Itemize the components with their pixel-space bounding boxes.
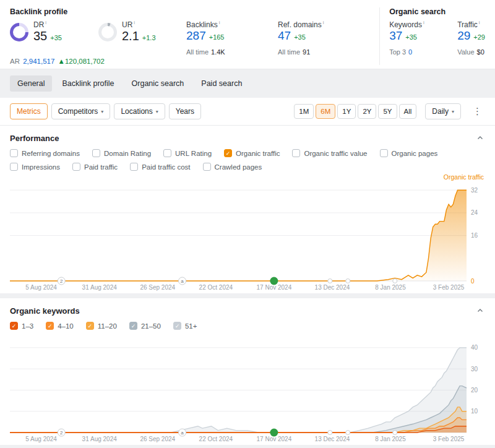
kebab-menu-icon[interactable]: ⋮ bbox=[470, 106, 485, 117]
dr-value: 35 bbox=[33, 29, 47, 43]
checkbox-crawled-pages[interactable]: Crawled pages bbox=[203, 163, 262, 171]
x-tick-label: 22 Oct 2024 bbox=[199, 284, 233, 291]
organic-keywords-section: Organic keywords ✓1–3✓4–10✓11–20✓21–50✓5… bbox=[0, 298, 495, 445]
checkbox-label: 1–3 bbox=[22, 322, 33, 330]
locations-dropdown[interactable]: Locations▾ bbox=[114, 103, 165, 119]
timeline-event-marker[interactable] bbox=[393, 279, 397, 283]
traffic-value-link[interactable]: 29 bbox=[457, 29, 470, 43]
timeline-event-badge-label: 2 bbox=[60, 278, 63, 284]
unchecked-checkbox-icon[interactable] bbox=[92, 149, 100, 157]
metrics-button[interactable]: Metrics bbox=[10, 103, 48, 119]
keywords-value-link[interactable]: 37 bbox=[389, 29, 402, 43]
checked-checkbox-icon[interactable]: ✓ bbox=[129, 322, 137, 330]
checkbox-organic-traffic[interactable]: ✓Organic traffic bbox=[224, 149, 280, 157]
tab-backlink-profile[interactable]: Backlink profile bbox=[54, 75, 121, 92]
tab-general[interactable]: General bbox=[10, 75, 52, 92]
unchecked-checkbox-icon[interactable] bbox=[380, 149, 388, 157]
report-tabs: General Backlink profile Organic search … bbox=[0, 69, 495, 98]
info-icon[interactable]: i bbox=[423, 20, 424, 25]
collapse-chevron-up-icon[interactable] bbox=[475, 133, 485, 143]
competitors-dropdown[interactable]: Competitors▾ bbox=[51, 103, 111, 119]
checkbox-paid-traffic[interactable]: Paid traffic bbox=[72, 163, 118, 171]
keywords-top3-label: Top 3 bbox=[389, 48, 406, 56]
info-icon[interactable]: i bbox=[479, 20, 480, 25]
unchecked-checkbox-icon[interactable] bbox=[203, 163, 211, 171]
traffic-value-label: Value bbox=[457, 48, 474, 56]
unchecked-checkbox-icon[interactable] bbox=[163, 149, 171, 157]
range-1y-button[interactable]: 1Y bbox=[337, 104, 356, 119]
checkbox-organic-traffic-value[interactable]: Organic traffic value bbox=[292, 149, 367, 157]
performance-chart: 32241602a5 Aug 202431 Aug 202426 Sep 202… bbox=[10, 181, 485, 292]
x-tick-label: 31 Aug 2024 bbox=[82, 436, 118, 442]
traffic-label: Traffic bbox=[457, 20, 478, 29]
checkbox-label: 21–50 bbox=[141, 322, 161, 330]
checkbox-paid-traffic-cost[interactable]: Paid traffic cost bbox=[130, 163, 190, 171]
info-icon[interactable]: i bbox=[134, 20, 135, 25]
y-tick-label: 10 bbox=[471, 408, 478, 415]
x-tick-label: 26 Sep 2024 bbox=[140, 284, 175, 291]
checkbox-51+[interactable]: ✓51+ bbox=[173, 322, 197, 330]
checkbox-label: Crawled pages bbox=[215, 163, 262, 171]
checked-checkbox-icon[interactable]: ✓ bbox=[46, 322, 54, 330]
keywords-top3-value[interactable]: 0 bbox=[408, 48, 412, 56]
checkbox-impressions[interactable]: Impressions bbox=[10, 163, 60, 171]
keywords-label: Keywords bbox=[389, 20, 422, 29]
ar-value-link[interactable]: 2,941,517 bbox=[23, 58, 54, 65]
years-button[interactable]: Years bbox=[169, 103, 201, 119]
checkbox-21-50[interactable]: ✓21–50 bbox=[129, 322, 161, 330]
metric-traffic: Traffici 29+29 Value$0 bbox=[457, 20, 485, 56]
ur-label: UR bbox=[122, 20, 132, 29]
ref-domains-value-link[interactable]: 47 bbox=[278, 29, 291, 43]
ur-value: 2.1 bbox=[122, 29, 139, 43]
performance-chart-area: Organic traffic 32241602a5 Aug 202431 Au… bbox=[10, 181, 485, 292]
checkbox-4-10[interactable]: ✓4–10 bbox=[46, 322, 74, 330]
checked-checkbox-icon[interactable]: ✓ bbox=[173, 322, 181, 330]
unchecked-checkbox-icon[interactable] bbox=[10, 163, 18, 171]
backlinks-value-link[interactable]: 287 bbox=[186, 29, 206, 43]
timeline-event-marker[interactable] bbox=[393, 431, 397, 435]
url-rating-donut bbox=[98, 23, 117, 41]
timeline-event-marker[interactable] bbox=[328, 431, 332, 435]
timeline-event-marker[interactable] bbox=[346, 431, 350, 435]
info-icon[interactable]: i bbox=[323, 20, 324, 25]
ur-delta: +1.3 bbox=[142, 34, 156, 41]
checkbox-label: Organic traffic value bbox=[304, 150, 367, 157]
checkbox-organic-pages[interactable]: Organic pages bbox=[380, 149, 438, 157]
checkbox-11-20[interactable]: ✓11–20 bbox=[86, 322, 117, 330]
range-6m-button[interactable]: 6M bbox=[316, 104, 335, 119]
info-icon[interactable]: i bbox=[219, 20, 220, 25]
unchecked-checkbox-icon[interactable] bbox=[292, 149, 300, 157]
granularity-dropdown[interactable]: Daily▾ bbox=[425, 103, 461, 119]
unchecked-checkbox-icon[interactable] bbox=[130, 163, 138, 171]
organic-search-panel: Organic search Keywordsi 37+35 Top 30 Tr… bbox=[379, 7, 485, 65]
timeline-event-marker[interactable] bbox=[346, 279, 350, 283]
x-tick-label: 22 Oct 2024 bbox=[199, 436, 233, 442]
x-tick-label: 5 Aug 2024 bbox=[25, 436, 57, 442]
timeline-event-marker[interactable] bbox=[328, 279, 332, 283]
checked-checkbox-icon[interactable]: ✓ bbox=[10, 322, 18, 330]
backlink-profile-panel: Backlink profile DRi 35+35 URi 2.1+1.3 B… bbox=[10, 7, 379, 65]
x-tick-label: 3 Feb 2025 bbox=[433, 436, 465, 442]
x-tick-label: 13 Dec 2024 bbox=[315, 436, 350, 442]
info-icon[interactable]: i bbox=[45, 20, 46, 25]
checkbox-domain-rating[interactable]: Domain Rating bbox=[92, 149, 151, 157]
unchecked-checkbox-icon[interactable] bbox=[72, 163, 80, 171]
x-tick-label: 5 Aug 2024 bbox=[25, 284, 57, 291]
range-2y-button[interactable]: 2Y bbox=[358, 104, 376, 119]
checked-checkbox-icon[interactable]: ✓ bbox=[86, 322, 94, 330]
checkbox-1-3[interactable]: ✓1–3 bbox=[10, 322, 33, 330]
tab-organic-search[interactable]: Organic search bbox=[124, 75, 192, 92]
range-5y-button[interactable]: 5Y bbox=[378, 104, 397, 119]
checked-checkbox-icon[interactable]: ✓ bbox=[224, 149, 232, 157]
range-1m-button[interactable]: 1M bbox=[294, 104, 314, 119]
collapse-chevron-up-icon[interactable] bbox=[475, 306, 485, 316]
backlink-profile-title: Backlink profile bbox=[10, 7, 379, 16]
checkbox-url-rating[interactable]: URL Rating bbox=[163, 149, 212, 157]
tab-paid-search[interactable]: Paid search bbox=[194, 75, 249, 92]
checkbox-referring-domains[interactable]: Referring domains bbox=[10, 149, 80, 157]
range-all-button[interactable]: All bbox=[399, 104, 417, 119]
unchecked-checkbox-icon[interactable] bbox=[10, 149, 18, 157]
ahrefs-rank-row: AR 2,941,517 ▲120,081,702 bbox=[10, 58, 379, 65]
ref-domains-delta: +35 bbox=[294, 33, 306, 41]
checkbox-label: 11–20 bbox=[98, 322, 117, 330]
